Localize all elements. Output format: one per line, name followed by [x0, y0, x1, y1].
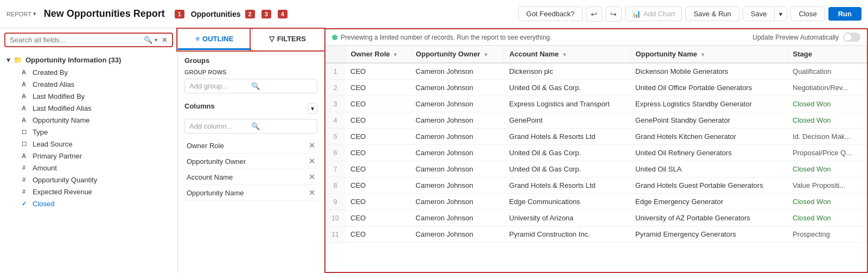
cell-opportunity-name: Pyramid Emergency Generators: [630, 226, 787, 243]
cell-stage: Negotiation/Rev...: [787, 80, 866, 96]
cell-account-name: Dickenson plc: [504, 63, 630, 80]
add-column-input[interactable]: Add column... 🔍: [184, 119, 317, 134]
sort-icon: ▾: [701, 52, 704, 58]
clear-search-icon[interactable]: ✕: [162, 36, 168, 44]
fields-list: ▾ 📁 Opportunity Information (33) A Creat…: [0, 52, 177, 273]
list-item[interactable]: A Primary Partner: [0, 150, 177, 162]
cell-opportunity-owner: Cameron Johnson: [410, 177, 504, 194]
cell-opportunity-owner: Cameron Johnson: [410, 129, 504, 145]
remove-column-button[interactable]: ✕: [309, 173, 315, 181]
list-item[interactable]: # Expected Revenue: [0, 186, 177, 198]
cell-opportunity-name: Grand Hotels Guest Portable Generators: [630, 177, 787, 194]
table-row: 7 CEO Cameron Johnson United Oil & Gas C…: [326, 161, 867, 177]
list-item[interactable]: A Last Modified By: [0, 90, 177, 102]
cell-owner-role: CEO: [345, 226, 410, 243]
outline-icon: ≡: [195, 35, 200, 43]
cell-owner-role: CEO: [345, 96, 410, 112]
type-icon-a: A: [20, 92, 28, 100]
field-label: Last Modified By: [33, 92, 85, 100]
search-input[interactable]: [10, 36, 144, 44]
columns-header: Columns ▾: [184, 102, 317, 115]
table-row: 11 CEO Cameron Johnson Pyramid Construct…: [326, 226, 867, 243]
close-button[interactable]: Close: [790, 7, 825, 21]
list-item[interactable]: ☐ Type: [0, 126, 177, 138]
chart-icon: 📊: [632, 10, 641, 18]
left-panel: 🔍 ▾ ✕ ▾ 📁 Opportunity Information (33) A…: [0, 28, 178, 273]
list-item[interactable]: A Created Alias: [0, 78, 177, 90]
cell-owner-role: CEO: [345, 194, 410, 210]
list-item[interactable]: ✓ Closed: [0, 198, 177, 209]
group-rows-label: GROUP ROWS: [184, 69, 317, 75]
cell-row-num: 1: [326, 63, 345, 80]
feedback-button[interactable]: Got Feedback?: [518, 7, 583, 21]
col-header-stage[interactable]: Stage: [787, 46, 866, 63]
columns-section-title: Columns: [184, 102, 215, 110]
update-preview-toggle[interactable]: [843, 33, 860, 42]
redo-button[interactable]: ↪: [605, 7, 622, 22]
undo-button[interactable]: ↩: [586, 7, 602, 22]
cell-account-name: Grand Hotels & Resorts Ltd: [504, 129, 630, 145]
list-item[interactable]: # Opportunity Quantity: [0, 174, 177, 186]
add-group-input[interactable]: Add group... 🔍: [184, 79, 317, 93]
search-bar: 🔍 ▾ ✕: [4, 33, 173, 47]
cell-account-name: Express Logistics and Transport: [504, 96, 630, 112]
cell-opportunity-name: United Oil SLA: [630, 161, 787, 177]
list-item[interactable]: A Created By: [0, 66, 177, 78]
remove-column-button[interactable]: ✕: [309, 141, 315, 150]
col-header-account-name[interactable]: Account Name ▾: [504, 46, 630, 63]
col-header-opportunity-name[interactable]: Opportunity Name ▾: [630, 46, 787, 63]
save-run-button[interactable]: Save & Run: [685, 7, 739, 21]
cell-stage: Proposal/Price Q...: [787, 145, 866, 161]
cell-account-name: United Oil & Gas Corp.: [504, 145, 630, 161]
column-item-opportunity-name: Opportunity Name ✕: [184, 185, 317, 201]
list-item[interactable]: A Opportunity Name: [0, 114, 177, 126]
field-label: Last Modified Alias: [33, 104, 91, 112]
cell-stage: Id. Decision Mak...: [787, 129, 866, 145]
column-item-owner-role: Owner Role ✕: [184, 138, 317, 154]
list-item[interactable]: A Last Modified Alias: [0, 102, 177, 114]
table-row: 6 CEO Cameron Johnson United Oil & Gas C…: [326, 145, 867, 161]
add-column-placeholder: Add column...: [189, 122, 251, 130]
table-row: 4 CEO Cameron Johnson GenePoint GenePoin…: [326, 112, 867, 129]
cell-owner-role: CEO: [345, 145, 410, 161]
remove-column-button[interactable]: ✕: [309, 188, 315, 197]
tab-outline[interactable]: ≡ OUTLINE: [178, 29, 251, 50]
report-dropdown-icon[interactable]: ▾: [33, 10, 36, 17]
cell-opportunity-name: United Oil Refinery Generators: [630, 145, 787, 161]
col-header-opportunity-owner[interactable]: Opportunity Owner ▾: [410, 46, 504, 63]
cell-owner-role: CEO: [345, 177, 410, 194]
cell-row-num: 9: [326, 194, 345, 210]
cell-stage: Closed Won: [787, 210, 866, 226]
search-icon[interactable]: 🔍: [144, 36, 152, 44]
remove-column-button[interactable]: ✕: [309, 157, 315, 166]
add-chart-button[interactable]: 📊 Save & Run Add Chart: [625, 7, 682, 21]
type-icon-checkbox: ☐: [20, 139, 28, 148]
sort-icon: ▾: [563, 52, 566, 58]
data-table: Owner Role ▾ Opportunity Owner ▾ Account…: [326, 46, 867, 243]
list-item[interactable]: ☐ Lead Source: [0, 138, 177, 150]
table-row: 1 CEO Cameron Johnson Dickenson plc Dick…: [326, 63, 867, 80]
table-row: 5 CEO Cameron Johnson Grand Hotels & Res…: [326, 129, 867, 145]
cell-opportunity-owner: Cameron Johnson: [410, 161, 504, 177]
save-dropdown-button[interactable]: ▾: [775, 7, 787, 21]
type-icon-a: A: [20, 80, 28, 88]
field-group-header[interactable]: ▾ 📁 Opportunity Information (33): [0, 54, 177, 66]
tab-filters[interactable]: ▽ FILTERS: [251, 29, 324, 50]
cell-row-num: 2: [326, 80, 345, 96]
cell-opportunity-owner: Cameron Johnson: [410, 210, 504, 226]
search-dropdown-icon[interactable]: ▾: [155, 37, 157, 43]
col-header-owner-role[interactable]: Owner Role ▾: [345, 46, 410, 63]
save-button[interactable]: Save: [743, 7, 775, 21]
cell-row-num: 4: [326, 112, 345, 129]
cell-account-name: University of Arizona: [504, 210, 630, 226]
table-header-row: Owner Role ▾ Opportunity Owner ▾ Account…: [326, 46, 867, 63]
run-button[interactable]: Run: [828, 7, 861, 21]
columns-dropdown-icon[interactable]: ▾: [308, 103, 317, 114]
cell-opportunity-owner: Cameron Johnson: [410, 194, 504, 210]
column-item-account-name: Account Name ✕: [184, 169, 317, 185]
column-label: Opportunity Owner: [187, 157, 246, 166]
type-icon-hash: #: [20, 175, 28, 184]
filter-icon: ▽: [269, 35, 275, 43]
field-label: Lead Source: [33, 140, 73, 148]
list-item[interactable]: # Amount: [0, 162, 177, 174]
